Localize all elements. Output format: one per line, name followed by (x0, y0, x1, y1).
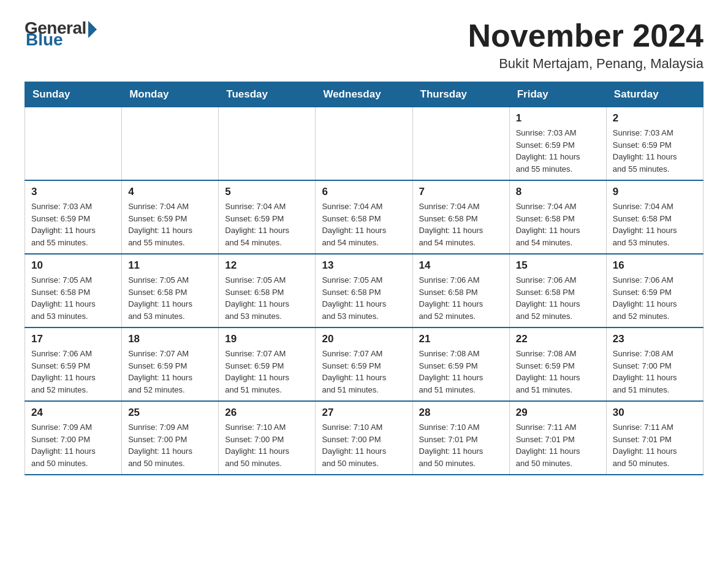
day-number: 17 (31, 333, 115, 345)
day-number: 16 (613, 259, 697, 272)
day-info: Sunrise: 7:06 AM Sunset: 6:59 PM Dayligh… (31, 348, 115, 396)
calendar-cell: 22Sunrise: 7:08 AM Sunset: 6:59 PM Dayli… (509, 327, 606, 401)
day-info: Sunrise: 7:04 AM Sunset: 6:58 PM Dayligh… (516, 201, 600, 248)
weekday-header-friday: Friday (509, 82, 606, 107)
day-number: 29 (516, 407, 600, 419)
calendar-cell: 6Sunrise: 7:04 AM Sunset: 6:58 PM Daylig… (316, 180, 412, 254)
calendar-week-1: 1Sunrise: 7:03 AM Sunset: 6:59 PM Daylig… (25, 107, 703, 181)
day-number: 21 (419, 333, 503, 345)
calendar-cell: 9Sunrise: 7:04 AM Sunset: 6:58 PM Daylig… (606, 180, 703, 254)
day-number: 3 (31, 186, 115, 198)
weekday-header-row: SundayMondayTuesdayWednesdayThursdayFrid… (25, 82, 703, 107)
logo-blue-text: Blue (26, 30, 63, 50)
calendar-cell: 29Sunrise: 7:11 AM Sunset: 7:01 PM Dayli… (509, 401, 606, 475)
day-number: 22 (516, 333, 600, 345)
day-number: 5 (225, 186, 309, 198)
calendar-cell: 5Sunrise: 7:04 AM Sunset: 6:59 PM Daylig… (219, 180, 316, 254)
calendar-cell: 26Sunrise: 7:10 AM Sunset: 7:00 PM Dayli… (219, 401, 316, 475)
calendar-cell: 11Sunrise: 7:05 AM Sunset: 6:58 PM Dayli… (122, 254, 219, 327)
calendar-header: SundayMondayTuesdayWednesdayThursdayFrid… (25, 82, 703, 107)
day-info: Sunrise: 7:06 AM Sunset: 6:59 PM Dayligh… (613, 274, 697, 322)
calendar-cell (122, 107, 219, 181)
day-info: Sunrise: 7:08 AM Sunset: 6:59 PM Dayligh… (419, 348, 503, 396)
day-number: 4 (128, 186, 212, 198)
calendar-cell: 7Sunrise: 7:04 AM Sunset: 6:58 PM Daylig… (412, 180, 509, 254)
day-info: Sunrise: 7:05 AM Sunset: 6:58 PM Dayligh… (128, 274, 212, 322)
day-number: 23 (613, 333, 697, 345)
weekday-header-saturday: Saturday (606, 82, 703, 107)
calendar-table: SundayMondayTuesdayWednesdayThursdayFrid… (25, 82, 703, 475)
calendar-cell: 4Sunrise: 7:04 AM Sunset: 6:59 PM Daylig… (122, 180, 219, 254)
calendar-cell: 27Sunrise: 7:10 AM Sunset: 7:00 PM Dayli… (316, 401, 412, 475)
day-number: 6 (322, 186, 406, 198)
calendar-cell: 16Sunrise: 7:06 AM Sunset: 6:59 PM Dayli… (606, 254, 703, 327)
calendar-cell: 25Sunrise: 7:09 AM Sunset: 7:00 PM Dayli… (122, 401, 219, 475)
day-number: 18 (128, 333, 212, 345)
calendar-week-5: 24Sunrise: 7:09 AM Sunset: 7:00 PM Dayli… (25, 401, 703, 475)
day-number: 15 (516, 259, 600, 272)
calendar-cell: 15Sunrise: 7:06 AM Sunset: 6:58 PM Dayli… (509, 254, 606, 327)
calendar-cell: 20Sunrise: 7:07 AM Sunset: 6:59 PM Dayli… (316, 327, 412, 401)
day-info: Sunrise: 7:03 AM Sunset: 6:59 PM Dayligh… (613, 127, 697, 175)
day-info: Sunrise: 7:05 AM Sunset: 6:58 PM Dayligh… (31, 274, 115, 322)
day-info: Sunrise: 7:03 AM Sunset: 6:59 PM Dayligh… (31, 201, 115, 248)
calendar-cell: 2Sunrise: 7:03 AM Sunset: 6:59 PM Daylig… (606, 107, 703, 181)
day-info: Sunrise: 7:07 AM Sunset: 6:59 PM Dayligh… (225, 348, 309, 396)
calendar-cell (316, 107, 412, 181)
day-info: Sunrise: 7:07 AM Sunset: 6:59 PM Dayligh… (322, 348, 406, 396)
weekday-header-monday: Monday (122, 82, 219, 107)
day-info: Sunrise: 7:03 AM Sunset: 6:59 PM Dayligh… (516, 127, 600, 175)
day-info: Sunrise: 7:07 AM Sunset: 6:59 PM Dayligh… (128, 348, 212, 396)
day-info: Sunrise: 7:10 AM Sunset: 7:01 PM Dayligh… (419, 421, 503, 469)
day-info: Sunrise: 7:09 AM Sunset: 7:00 PM Dayligh… (31, 421, 115, 469)
day-number: 25 (128, 407, 212, 419)
calendar-week-2: 3Sunrise: 7:03 AM Sunset: 6:59 PM Daylig… (25, 180, 703, 254)
day-number: 11 (128, 259, 212, 272)
weekday-header-sunday: Sunday (25, 82, 122, 107)
calendar-week-4: 17Sunrise: 7:06 AM Sunset: 6:59 PM Dayli… (25, 327, 703, 401)
subtitle: Bukit Mertajam, Penang, Malaysia (468, 56, 703, 72)
day-info: Sunrise: 7:05 AM Sunset: 6:58 PM Dayligh… (322, 274, 406, 322)
title-section: November 2024 Bukit Mertajam, Penang, Ma… (468, 18, 703, 72)
weekday-header-thursday: Thursday (412, 82, 509, 107)
day-info: Sunrise: 7:10 AM Sunset: 7:00 PM Dayligh… (225, 421, 309, 469)
day-number: 10 (31, 259, 115, 272)
day-number: 28 (419, 407, 503, 419)
calendar-cell: 12Sunrise: 7:05 AM Sunset: 6:58 PM Dayli… (219, 254, 316, 327)
day-info: Sunrise: 7:10 AM Sunset: 7:00 PM Dayligh… (322, 421, 406, 469)
day-info: Sunrise: 7:06 AM Sunset: 6:58 PM Dayligh… (419, 274, 503, 322)
weekday-header-tuesday: Tuesday (219, 82, 316, 107)
day-number: 7 (419, 186, 503, 198)
calendar-cell: 23Sunrise: 7:08 AM Sunset: 7:00 PM Dayli… (606, 327, 703, 401)
day-number: 1 (516, 112, 600, 124)
calendar-cell: 30Sunrise: 7:11 AM Sunset: 7:01 PM Dayli… (606, 401, 703, 475)
day-number: 24 (31, 407, 115, 419)
day-info: Sunrise: 7:06 AM Sunset: 6:58 PM Dayligh… (516, 274, 600, 322)
day-info: Sunrise: 7:11 AM Sunset: 7:01 PM Dayligh… (516, 421, 600, 469)
day-number: 14 (419, 259, 503, 272)
weekday-header-wednesday: Wednesday (316, 82, 412, 107)
main-title: November 2024 (468, 18, 703, 53)
calendar-cell: 8Sunrise: 7:04 AM Sunset: 6:58 PM Daylig… (509, 180, 606, 254)
day-info: Sunrise: 7:09 AM Sunset: 7:00 PM Dayligh… (128, 421, 212, 469)
calendar-cell: 18Sunrise: 7:07 AM Sunset: 6:59 PM Dayli… (122, 327, 219, 401)
day-number: 2 (613, 112, 697, 124)
calendar-cell: 24Sunrise: 7:09 AM Sunset: 7:00 PM Dayli… (25, 401, 122, 475)
page-header: General Blue November 2024 Bukit Mertaja… (25, 18, 703, 72)
day-info: Sunrise: 7:04 AM Sunset: 6:58 PM Dayligh… (613, 201, 697, 248)
calendar-cell: 13Sunrise: 7:05 AM Sunset: 6:58 PM Dayli… (316, 254, 412, 327)
calendar-cell (25, 107, 122, 181)
day-number: 9 (613, 186, 697, 198)
day-number: 19 (225, 333, 309, 345)
day-info: Sunrise: 7:08 AM Sunset: 7:00 PM Dayligh… (613, 348, 697, 396)
calendar-cell: 28Sunrise: 7:10 AM Sunset: 7:01 PM Dayli… (412, 401, 509, 475)
calendar-cell: 19Sunrise: 7:07 AM Sunset: 6:59 PM Dayli… (219, 327, 316, 401)
day-info: Sunrise: 7:11 AM Sunset: 7:01 PM Dayligh… (613, 421, 697, 469)
calendar-cell: 10Sunrise: 7:05 AM Sunset: 6:58 PM Dayli… (25, 254, 122, 327)
calendar-cell (219, 107, 316, 181)
calendar-cell: 21Sunrise: 7:08 AM Sunset: 6:59 PM Dayli… (412, 327, 509, 401)
calendar-cell: 3Sunrise: 7:03 AM Sunset: 6:59 PM Daylig… (25, 180, 122, 254)
calendar-cell: 17Sunrise: 7:06 AM Sunset: 6:59 PM Dayli… (25, 327, 122, 401)
day-number: 26 (225, 407, 309, 419)
day-info: Sunrise: 7:05 AM Sunset: 6:58 PM Dayligh… (225, 274, 309, 322)
